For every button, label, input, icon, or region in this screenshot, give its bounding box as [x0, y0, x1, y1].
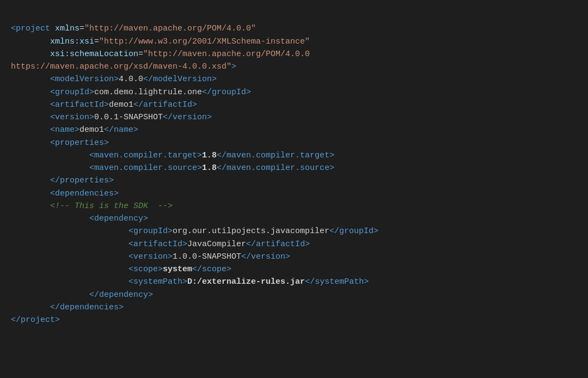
line-6: <groupId>com.demo.lightrule.one</groupId…	[11, 88, 251, 97]
line-20: <scope>system</scope>	[11, 265, 231, 274]
line-15: <!-- This is the SDK -->	[11, 202, 173, 211]
line-5: <modelVersion>4.0.0</modelVersion>	[11, 75, 217, 84]
line-16: <dependency>	[11, 214, 148, 223]
line-7: <artifactId>demo1</artifactId>	[11, 100, 197, 109]
code-viewer: <project xmlns="http://maven.apache.org/…	[11, 10, 577, 326]
line-9: <name>demo1</name>	[11, 125, 138, 135]
line-19: <version>1.0.0-SNAPSHOT</version>	[11, 252, 290, 261]
line-17: <groupId>org.our.utilpojects.javacompile…	[11, 227, 378, 236]
line-18: <artifactId>JavaCompiler</artifactId>	[11, 240, 310, 249]
line-13: </properties>	[11, 176, 114, 185]
line-11: <maven.compiler.target>1.8</maven.compil…	[11, 151, 334, 160]
line-8: <version>0.0.1-SNAPSHOT</version>	[11, 113, 212, 122]
line-10: <properties>	[11, 138, 109, 148]
line-4: https://maven.apache.org/xsd/maven-4.0.0…	[11, 62, 236, 71]
line-1: <project xmlns="http://maven.apache.org/…	[11, 24, 256, 33]
line-12: <maven.compiler.source>1.8</maven.compil…	[11, 163, 334, 173]
line-23: </dependencies>	[11, 303, 124, 312]
line-22: </dependency>	[11, 290, 153, 300]
line-21: <systemPath>D:/externalize-rules.jar</sy…	[11, 277, 369, 286]
line-3: xsi:schemaLocation="http://maven.apache.…	[11, 50, 310, 59]
line-24: </project>	[11, 315, 60, 325]
line-14: <dependencies>	[11, 189, 119, 198]
line-2: xmlns:xsi="http://www.w3.org/2001/XMLSch…	[11, 37, 310, 46]
